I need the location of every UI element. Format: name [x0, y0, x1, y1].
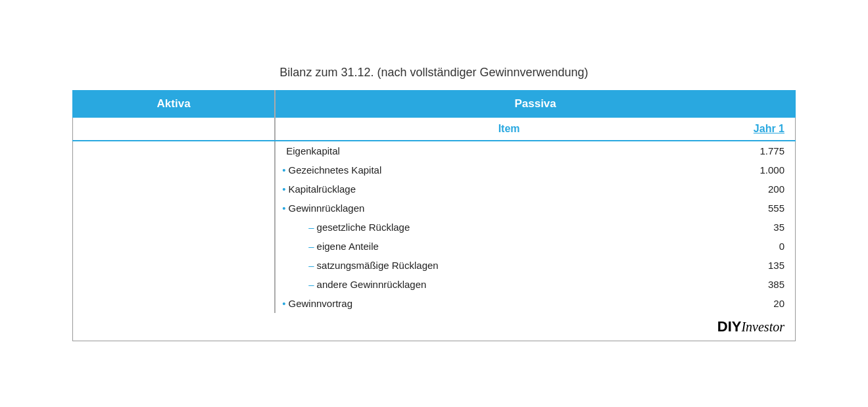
subheader-row: Item Jahr 1 — [73, 118, 796, 141]
item-label-4: –gesetzliche Rücklage — [295, 222, 732, 233]
passiva-cell-6: –satzungsmäßige Rücklagen 135 — [275, 256, 795, 275]
item-label-6: –satzungsmäßige Rücklagen — [295, 260, 732, 271]
jahr-subheader: Jahr 1 — [732, 123, 784, 135]
item-label-8: •Gewinnvortrag — [282, 298, 732, 309]
item-value-7: 385 — [732, 279, 784, 290]
passiva-cell-3: •Gewinnrücklagen 555 — [275, 199, 795, 218]
bullet-icon-1: • — [282, 164, 285, 176]
dash-icon-7: – — [308, 279, 314, 290]
item-label-3: •Gewinnrücklagen — [282, 203, 732, 214]
aktiva-cell-2 — [73, 180, 276, 199]
logo-diy: DIY — [717, 318, 742, 335]
dash-icon-6: – — [308, 260, 314, 271]
row-eigene-anteile: –eigene Anteile 0 — [73, 237, 796, 256]
dash-icon-5: – — [308, 241, 314, 252]
page-container: Bilanz zum 31.12. (nach vollständiger Ge… — [72, 66, 796, 341]
item-value-1: 1.000 — [732, 164, 784, 176]
aktiva-cell-5 — [73, 237, 276, 256]
item-value-0: 1.775 — [732, 145, 784, 156]
logo-aktiva-cell — [73, 313, 276, 341]
bullet-icon-8: • — [282, 298, 285, 309]
balance-table: Aktiva Passiva Item Jahr 1 — [72, 90, 796, 341]
item-label-2: •Kapitalrücklage — [282, 183, 732, 195]
aktiva-cell-6 — [73, 256, 276, 275]
logo-investor: Investor — [741, 320, 784, 334]
row-satzungsmaessige: –satzungsmäßige Rücklagen 135 — [73, 256, 796, 275]
item-subheader: Item — [286, 123, 732, 135]
aktiva-subheader-cell — [73, 118, 276, 141]
item-label-1: •Gezeichnetes Kapital — [282, 164, 732, 176]
bullet-icon-3: • — [282, 203, 285, 214]
logo-passiva-cell: DIYInvestor — [275, 313, 795, 341]
passiva-cell-8: •Gewinnvortrag 20 — [275, 294, 795, 313]
aktiva-cell-3 — [73, 199, 276, 218]
passiva-cell-2: •Kapitalrücklage 200 — [275, 180, 795, 199]
aktiva-cell-7 — [73, 275, 276, 294]
logo-row: DIYInvestor — [73, 313, 796, 341]
item-value-3: 555 — [732, 203, 784, 214]
item-value-6: 135 — [732, 260, 784, 271]
passiva-cell-7: –andere Gewinnrücklagen 385 — [275, 275, 795, 294]
passiva-cell-5: –eigene Anteile 0 — [275, 237, 795, 256]
item-label-0: Eigenkapital — [286, 145, 732, 156]
aktiva-header: Aktiva — [73, 91, 276, 118]
aktiva-cell-4 — [73, 218, 276, 237]
row-gewinnruecklagen: •Gewinnrücklagen 555 — [73, 199, 796, 218]
aktiva-cell-0 — [73, 141, 276, 160]
item-value-5: 0 — [732, 241, 784, 252]
row-gewinnvortrag: •Gewinnvortrag 20 — [73, 294, 796, 313]
row-gesetzliche-ruecklage: –gesetzliche Rücklage 35 — [73, 218, 796, 237]
passiva-cell-1: •Gezeichnetes Kapital 1.000 — [275, 160, 795, 180]
passiva-cell-0: Eigenkapital 1.775 — [275, 141, 795, 160]
item-label-5: –eigene Anteile — [295, 241, 732, 252]
passiva-subheader-cell: Item Jahr 1 — [275, 118, 795, 141]
item-value-2: 200 — [732, 183, 784, 195]
item-value-4: 35 — [732, 222, 784, 233]
logo: DIYInvestor — [717, 318, 784, 335]
passiva-header: Passiva — [275, 91, 795, 118]
bullet-icon-2: • — [282, 183, 285, 195]
passiva-cell-4: –gesetzliche Rücklage 35 — [275, 218, 795, 237]
item-value-8: 20 — [732, 298, 784, 309]
row-eigenkapital: Eigenkapital 1.775 — [73, 141, 796, 160]
dash-icon-4: – — [308, 222, 314, 233]
aktiva-cell-1 — [73, 160, 276, 180]
row-kapitalruecklage: •Kapitalrücklage 200 — [73, 180, 796, 199]
row-andere-gewinnruecklagen: –andere Gewinnrücklagen 385 — [73, 275, 796, 294]
header-row: Aktiva Passiva — [73, 91, 796, 118]
item-label-7: –andere Gewinnrücklagen — [295, 279, 732, 290]
aktiva-cell-8 — [73, 294, 276, 313]
page-title: Bilanz zum 31.12. (nach vollständiger Ge… — [279, 66, 588, 80]
row-gezeichnetes-kapital: •Gezeichnetes Kapital 1.000 — [73, 160, 796, 180]
